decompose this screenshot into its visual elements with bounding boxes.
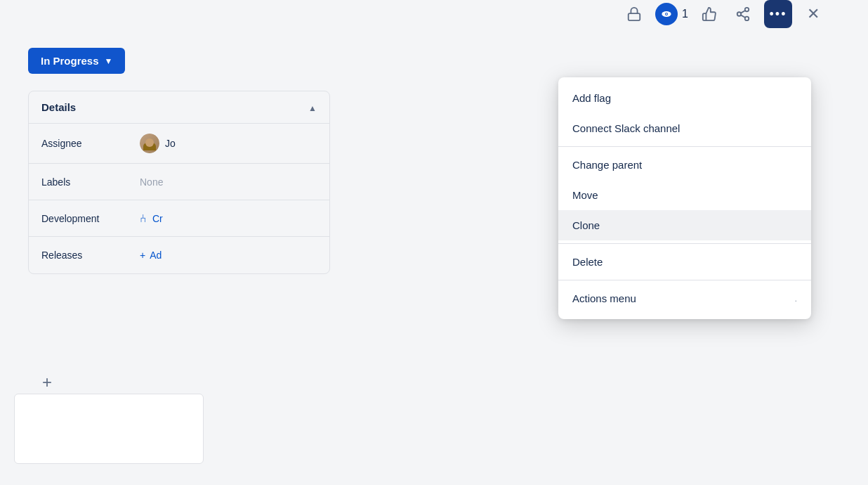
watch-count: 1 (682, 8, 688, 20)
menu-item-add-flag[interactable]: Add flag (558, 83, 811, 113)
svg-point-3 (666, 13, 667, 15)
actions-menu-label: Actions menu (572, 292, 636, 304)
details-title: Details (41, 101, 76, 113)
details-header: Details (29, 91, 329, 124)
development-label: Development (41, 213, 140, 224)
releases-add-button[interactable]: + Ad (140, 250, 162, 261)
menu-item-move[interactable]: Move (558, 180, 811, 210)
left-sidebar-box (14, 394, 204, 464)
chevron-down-icon: ▼ (105, 56, 113, 66)
avatar (140, 134, 159, 153)
move-label: Move (572, 189, 598, 201)
change-parent-label: Change parent (572, 159, 642, 171)
labels-label: Labels (41, 176, 140, 188)
status-label: In Progress (41, 55, 99, 67)
menu-item-actions-menu[interactable]: Actions menu . (558, 283, 811, 313)
close-button[interactable]: ✕ (801, 1, 826, 27)
actions-menu-shortcut: . (794, 293, 797, 304)
menu-divider-2 (558, 243, 811, 244)
like-icon[interactable] (697, 1, 722, 27)
assignee-name: Jo (165, 138, 176, 149)
assignee-row: Assignee Jo (29, 124, 329, 164)
development-link-text: Cr (152, 213, 163, 224)
assignee-label: Assignee (41, 138, 140, 149)
clone-label: Clone (572, 219, 600, 231)
add-left-button[interactable]: + (42, 373, 52, 392)
menu-divider-3 (558, 280, 811, 280)
details-panel: Details Assignee Jo Labels None Developm… (28, 91, 330, 274)
status-button[interactable]: In Progress ▼ (28, 48, 125, 74)
connect-slack-label: Connect Slack channel (572, 122, 680, 134)
lock-icon[interactable] (622, 1, 647, 27)
menu-item-change-parent[interactable]: Change parent (558, 150, 811, 180)
development-row: Development ⑃ Cr (29, 200, 329, 237)
context-menu: Add flag Connect Slack channel Change pa… (558, 77, 811, 319)
svg-rect-0 (629, 13, 640, 20)
menu-item-delete[interactable]: Delete (558, 247, 811, 277)
share-icon[interactable] (730, 1, 756, 27)
more-options-button[interactable]: ••• (764, 0, 792, 28)
menu-divider-1 (558, 146, 811, 147)
delete-label: Delete (572, 256, 603, 268)
close-icon: ✕ (807, 5, 820, 23)
assignee-value[interactable]: Jo (140, 134, 176, 153)
svg-line-7 (741, 15, 745, 18)
add-flag-label: Add flag (572, 92, 611, 104)
watch-button[interactable]: 1 (655, 3, 688, 25)
labels-value[interactable]: None (140, 176, 163, 188)
menu-item-connect-slack[interactable]: Connect Slack channel (558, 113, 811, 143)
git-branch-icon: ⑃ (140, 212, 147, 225)
labels-none: None (140, 176, 163, 188)
eye-icon (655, 3, 678, 25)
svg-line-8 (741, 11, 745, 13)
collapse-icon[interactable] (308, 102, 317, 113)
labels-row: Labels None (29, 164, 329, 200)
toolbar: 1 ••• ✕ (0, 0, 868, 28)
releases-add-text: Ad (150, 250, 162, 261)
menu-item-clone[interactable]: Clone (558, 210, 811, 240)
releases-row: Releases + Ad (29, 237, 329, 273)
add-icon: + (140, 250, 145, 261)
more-dots-icon: ••• (770, 7, 787, 22)
development-value[interactable]: ⑃ Cr (140, 212, 163, 225)
releases-label: Releases (41, 250, 140, 261)
